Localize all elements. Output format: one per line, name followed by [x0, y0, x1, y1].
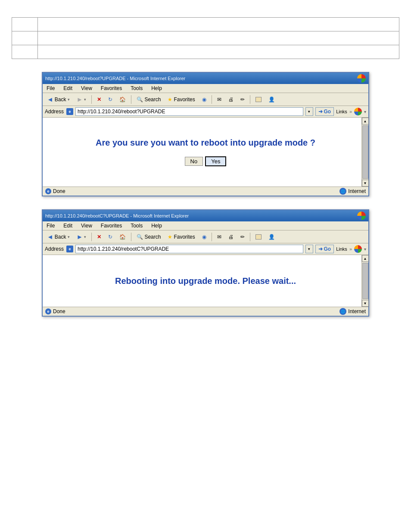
menu-view-2[interactable]: View [80, 222, 93, 229]
scroll-thumb-1[interactable] [362, 125, 368, 179]
scrollbar-1[interactable]: ▲ ▼ [361, 118, 368, 187]
no-button[interactable]: No [185, 157, 203, 166]
edit-icon-1: ✏ [240, 96, 245, 103]
menu-edit-1[interactable]: Edit [62, 85, 74, 92]
tb-end-dropdown-2[interactable]: ▾ [364, 247, 366, 252]
address-ie-icon-1: e [66, 108, 73, 115]
scroll-up-arrow-2[interactable]: ▲ [362, 255, 369, 262]
go-button-1[interactable]: ➜ Go [315, 107, 334, 116]
reboot-buttons: No Yes [185, 156, 227, 166]
toolbar-sep-7 [212, 233, 212, 241]
title-bar-2: http://10.1.210.240/rebootC?UPGRADE - Mi… [43, 210, 368, 221]
print-icon-1: 🖨 [228, 96, 234, 103]
top-table [12, 17, 399, 59]
media-icon-1: ◉ [202, 96, 206, 103]
menu-tools-1[interactable]: Tools [129, 85, 144, 92]
forward-button-1[interactable]: ► ▾ [74, 94, 89, 104]
status-bar-2: e Done 🌐 Internet [43, 307, 368, 316]
address-bar-1: Address e ▾ ➜ Go Links » ▾ [43, 106, 368, 118]
scroll-thumb-2[interactable] [362, 263, 368, 299]
favorites-label-1: Favorites [174, 96, 195, 103]
menu-help-1[interactable]: Help [150, 85, 163, 92]
refresh-button-1[interactable]: ↻ [106, 95, 115, 104]
tb-end-dropdown-1[interactable]: ▾ [364, 109, 366, 114]
menu-file-2[interactable]: File [45, 222, 56, 229]
window-button-1[interactable] [253, 96, 264, 103]
menu-help-2[interactable]: Help [150, 222, 163, 229]
status-ie-icon-2: e [45, 308, 51, 314]
browser-content-1: Are you sure you want to reboot into upg… [43, 118, 368, 187]
back-button-1[interactable]: ◄ Back ▾ [44, 94, 72, 104]
print-button-1[interactable]: 🖨 [226, 95, 236, 104]
address-label-1: Address [45, 109, 64, 115]
address-input-2[interactable] [75, 245, 303, 253]
address-dropdown-1[interactable]: ▾ [305, 107, 313, 116]
windows-logo-1 [357, 74, 366, 83]
edit-icon-2: ✏ [240, 234, 245, 240]
window-button-2[interactable] [253, 233, 264, 241]
links-label-1: Links [336, 109, 347, 114]
scrollbar-2[interactable]: ▲ ▼ [361, 255, 368, 307]
menu-file-1[interactable]: File [45, 85, 56, 92]
user-button-2[interactable]: 👤 [266, 233, 277, 241]
title-bar-controls-1 [357, 74, 366, 83]
menu-favorites-2[interactable]: Favorites [100, 222, 123, 229]
user-button-1[interactable]: 👤 [266, 95, 277, 104]
go-button-2[interactable]: ➜ Go [315, 245, 334, 253]
status-done-2: Done [53, 308, 65, 314]
yes-button[interactable]: Yes [205, 156, 226, 166]
links-chevron-icon-2: » [349, 246, 352, 252]
address-input-1[interactable] [75, 107, 303, 116]
print-icon-2: 🖨 [228, 234, 234, 240]
stop-icon-2: ✕ [97, 234, 101, 240]
menu-tools-2[interactable]: Tools [129, 222, 144, 229]
back-button-2[interactable]: ◄ Back ▾ [44, 232, 72, 242]
table-cell [38, 31, 399, 45]
address-ie-icon-2: e [66, 246, 73, 252]
home-button-2[interactable]: 🏠 [117, 233, 128, 241]
status-right-2: 🌐 Internet [339, 308, 366, 315]
back-arrow-icon-1: ◄ [47, 96, 53, 103]
print-button-2[interactable]: 🖨 [226, 233, 236, 241]
table-cell [38, 18, 399, 31]
forward-button-2[interactable]: ► ▾ [74, 232, 89, 242]
favorites-button-2[interactable]: ★ Favorites [165, 233, 197, 241]
edit-button-1[interactable]: ✏ [238, 95, 247, 104]
refresh-icon-2: ↻ [108, 234, 112, 240]
refresh-icon-1: ↻ [108, 96, 112, 103]
mail-button-2[interactable]: ✉ [215, 233, 224, 241]
favorites-button-1[interactable]: ★ Favorites [165, 95, 197, 104]
title-bar-1: http://10.1.210.240/reboot?UPGRADE - Mic… [43, 73, 368, 84]
stop-button-2[interactable]: ✕ [94, 233, 104, 241]
reboot-question: Are you sure you want to reboot into upg… [96, 138, 315, 148]
address-dropdown-2[interactable]: ▾ [305, 245, 313, 253]
scroll-down-arrow-1[interactable]: ▼ [362, 180, 369, 187]
scroll-up-arrow-1[interactable]: ▲ [362, 118, 369, 124]
back-arrow-icon-2: ◄ [47, 233, 53, 240]
mail-button-1[interactable]: ✉ [215, 95, 224, 104]
menu-edit-2[interactable]: Edit [62, 222, 74, 229]
status-left-2: e Done [45, 308, 65, 314]
stop-button-1[interactable]: ✕ [94, 95, 104, 104]
media-icon-2: ◉ [202, 234, 206, 240]
menu-bar-2: File Edit View Favorites Tools Help [43, 221, 368, 230]
media-button-2[interactable]: ◉ [199, 233, 209, 241]
scroll-down-arrow-2[interactable]: ▼ [362, 300, 369, 307]
user-icon-1: 👤 [268, 96, 275, 103]
table-row [12, 45, 399, 59]
home-button-1[interactable]: 🏠 [117, 95, 128, 104]
menu-view-1[interactable]: View [80, 85, 93, 92]
go-label-1: Go [324, 109, 331, 115]
table-cell [12, 18, 38, 31]
search-button-1[interactable]: 🔍 Search [134, 95, 163, 104]
menu-favorites-1[interactable]: Favorites [100, 85, 123, 92]
go-arrow-icon-1: ➜ [318, 109, 323, 115]
media-button-1[interactable]: ◉ [199, 95, 209, 104]
refresh-button-2[interactable]: ↻ [106, 233, 115, 241]
edit-button-2[interactable]: ✏ [238, 233, 247, 241]
browser-window-1: http://10.1.210.240/reboot?UPGRADE - Mic… [42, 72, 369, 196]
ie-logo-2 [354, 245, 362, 253]
links-label-2: Links [336, 246, 347, 252]
status-done-1: Done [53, 188, 65, 194]
search-button-2[interactable]: 🔍 Search [134, 233, 163, 241]
